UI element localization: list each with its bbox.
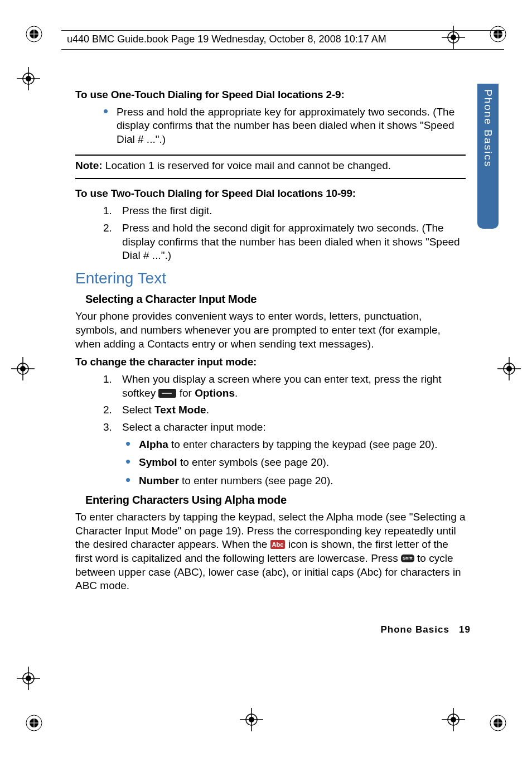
- bullet-icon: •: [125, 456, 133, 470]
- note-label: Note:: [75, 160, 103, 171]
- registration-mark-icon: [489, 713, 507, 732]
- heading-one-touch: To use One-Touch Dialing for Speed Dial …: [75, 88, 466, 102]
- page-footer: Phone Basics 19: [380, 624, 471, 635]
- bullet-icon: •: [125, 438, 133, 452]
- list-text: Press the first digit.: [122, 204, 212, 218]
- list-text: Symbol to enter symbols (see page 20).: [139, 456, 329, 470]
- header-text: u440 BMC Guide.book Page 19 Wednesday, O…: [67, 33, 386, 45]
- list-text: Number to enter numbers (see page 20).: [139, 474, 333, 488]
- subsection-title: Selecting a Character Input Mode: [85, 292, 466, 306]
- bullet-icon: •: [103, 105, 111, 147]
- text-bold: Options: [195, 387, 235, 399]
- text-bold: Symbol: [139, 456, 177, 468]
- list-item: • Press and hold the appropriate key for…: [103, 105, 466, 147]
- text-fragment: .: [206, 404, 209, 416]
- text-bold: Number: [139, 475, 179, 486]
- rule: [75, 178, 466, 179]
- crosshair-icon: [17, 667, 40, 690]
- list-text: Select a character input mode:: [122, 421, 266, 435]
- list-text: Press and hold the appropriate key for a…: [117, 105, 466, 147]
- crosshair-icon: [240, 708, 263, 731]
- list-number: 1.: [103, 373, 114, 400]
- header-rule: [61, 30, 504, 31]
- softkey-icon: [158, 389, 176, 398]
- crosshair-icon: [17, 67, 40, 90]
- paragraph: Your phone provides convenient ways to e…: [75, 310, 466, 351]
- footer-section: Phone Basics: [380, 624, 449, 635]
- rule: [75, 155, 466, 156]
- heading-change-mode: To change the character input mode:: [75, 355, 466, 369]
- list-text: Alpha to enter characters by tapping the…: [139, 438, 437, 452]
- list-text: Select Text Mode.: [122, 403, 209, 417]
- section-title: Entering Text: [75, 268, 466, 288]
- list-item: 2. Select Text Mode.: [103, 403, 466, 417]
- note-line: Note: Location 1 is reserved for voice m…: [75, 159, 466, 173]
- abc-icon: Abc: [270, 540, 286, 549]
- side-tab-label: Phone Basics: [482, 89, 494, 167]
- side-tab: Phone Basics: [477, 84, 499, 229]
- list-item: 1. When you display a screen where you c…: [103, 373, 466, 400]
- text-bold: Text Mode: [154, 404, 206, 416]
- list-number: 2.: [103, 403, 114, 417]
- list-item: • Symbol to enter symbols (see page 20).: [125, 456, 466, 470]
- shift-icon: Shift: [401, 555, 414, 562]
- crosshair-icon: [11, 357, 35, 380]
- text-bold: Alpha: [139, 438, 168, 450]
- note-text: Location 1 is reserved for voice mail an…: [103, 160, 391, 171]
- text-fragment: to enter symbols (see page 20).: [177, 456, 329, 468]
- text-fragment: .: [235, 387, 238, 399]
- list-item: 2.Press and hold the second digit for ap…: [103, 221, 466, 263]
- text-fragment: to enter characters by tapping the keypa…: [168, 438, 438, 450]
- header-rule: [61, 49, 504, 50]
- heading-two-touch: To use Two-Touch Dialing for Speed Dial …: [75, 187, 466, 201]
- paragraph: To enter characters by tapping the keypa…: [75, 510, 466, 593]
- registration-mark-icon: [25, 25, 43, 44]
- footer-page-number: 19: [459, 624, 471, 635]
- list-item: • Number to enter numbers (see page 20).: [125, 474, 466, 488]
- text-fragment: for: [180, 387, 195, 399]
- list-text: When you display a screen where you can …: [122, 373, 466, 400]
- page-header: u440 BMC Guide.book Page 19 Wednesday, O…: [67, 33, 499, 45]
- text-fragment: Select: [122, 404, 154, 416]
- text-fragment: to enter numbers (see page 20).: [179, 475, 333, 486]
- crosshair-icon: [442, 708, 465, 731]
- list-number: 1.: [103, 204, 114, 218]
- registration-mark-icon: [25, 713, 43, 732]
- list-item: 3. Select a character input mode:: [103, 421, 466, 435]
- bullet-icon: •: [125, 474, 133, 488]
- crosshair-icon: [497, 357, 521, 380]
- list-item: • Alpha to enter characters by tapping t…: [125, 438, 466, 452]
- list-item: 1.Press the first digit.: [103, 204, 466, 218]
- list-number: 3.: [103, 421, 114, 435]
- subsection-title: Entering Characters Using Alpha mode: [85, 493, 466, 507]
- list-number: 2.: [103, 221, 114, 263]
- list-text: Press and hold the second digit for appr…: [122, 221, 466, 263]
